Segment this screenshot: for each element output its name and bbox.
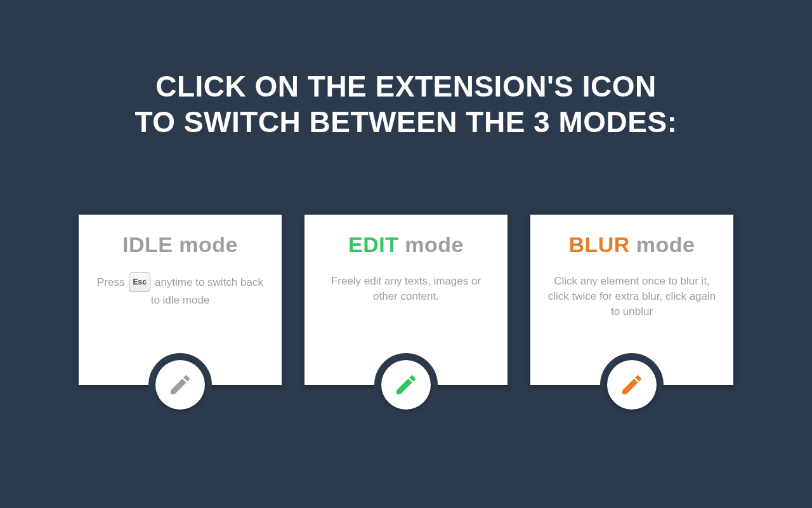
headline: CLICK ON THE EXTENSION'S ICON TO SWITCH … <box>135 69 678 140</box>
card-blur-title-rest: mode <box>630 232 695 257</box>
card-edit-title-rest: mode <box>398 232 464 257</box>
card-idle-desc: Press Esc anytime to switch back to idle… <box>95 274 265 308</box>
pencil-icon <box>393 372 419 398</box>
card-idle-desc-before: Press <box>97 277 128 289</box>
headline-line-2: TO SWITCH BETWEEN THE 3 MODES: <box>135 104 678 140</box>
card-idle: IDLE mode Press Esc anytime to switch ba… <box>79 215 282 385</box>
card-blur-badge <box>600 353 664 417</box>
page: CLICK ON THE EXTENSION'S ICON TO SWITCH … <box>0 0 812 508</box>
pencil-icon <box>167 372 193 398</box>
headline-line-1: CLICK ON THE EXTENSION'S ICON <box>135 69 678 104</box>
card-blur-title: BLUR mode <box>547 232 717 257</box>
card-edit-title-accent: EDIT <box>348 232 398 257</box>
card-edit: EDIT mode Freely edit any texts, images … <box>304 215 508 385</box>
card-edit-badge <box>374 353 438 417</box>
card-edit-badge-inner <box>381 360 431 410</box>
pencil-icon <box>619 372 645 398</box>
card-idle-title: IDLE mode <box>95 232 265 257</box>
card-blur: BLUR mode Click any element once to blur… <box>530 215 733 385</box>
card-idle-title-accent: IDLE <box>122 232 173 257</box>
card-edit-desc: Freely edit any texts, images or other c… <box>321 274 491 304</box>
card-edit-title: EDIT mode <box>321 232 491 257</box>
card-idle-desc-after: anytime to switch back to idle mode <box>151 277 263 307</box>
card-blur-desc: Click any element once to blur it, click… <box>547 274 717 319</box>
card-idle-title-rest: mode <box>173 232 238 257</box>
esc-key-icon: Esc <box>129 272 150 291</box>
card-idle-badge <box>148 353 212 417</box>
card-idle-badge-inner <box>155 360 205 410</box>
cards-row: IDLE mode Press Esc anytime to switch ba… <box>79 215 733 385</box>
card-blur-badge-inner <box>607 360 657 410</box>
card-blur-title-accent: BLUR <box>568 232 629 257</box>
